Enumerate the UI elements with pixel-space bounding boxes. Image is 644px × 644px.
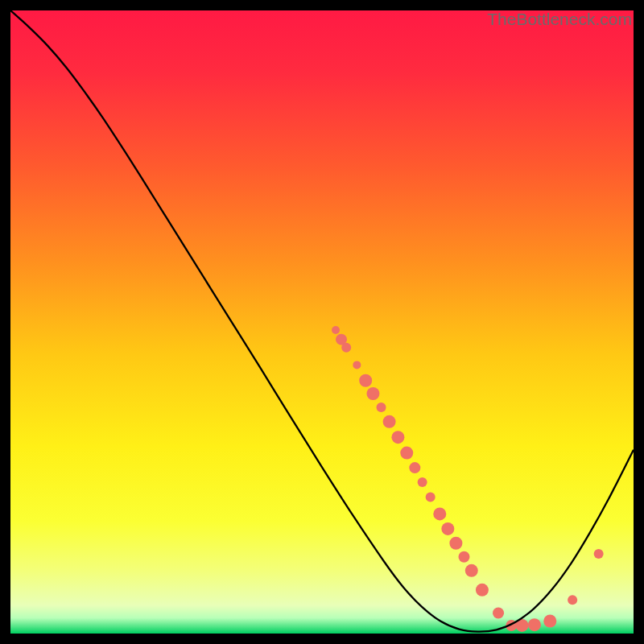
data-dot — [383, 415, 396, 428]
data-dot — [528, 618, 541, 631]
watermark-text: TheBottleneck.com — [487, 10, 632, 29]
data-dot — [568, 595, 577, 605]
data-dot — [332, 326, 340, 334]
data-dot — [458, 551, 469, 563]
chart-frame: TheBottleneck.com — [10, 10, 634, 634]
data-dot — [426, 492, 436, 502]
data-dot — [493, 607, 504, 618]
data-dot — [441, 522, 454, 535]
data-dot — [366, 387, 379, 400]
chart-svg — [10, 10, 634, 634]
data-dot — [418, 477, 427, 487]
data-dot — [400, 447, 413, 460]
data-dot — [391, 431, 404, 444]
data-dot — [465, 564, 478, 577]
data-dot — [594, 549, 604, 559]
data-dot — [359, 374, 372, 387]
data-dot — [377, 402, 386, 412]
data-dot — [433, 507, 446, 520]
data-dot — [353, 361, 361, 369]
data-dot — [543, 615, 556, 628]
data-dot — [341, 343, 351, 353]
data-dot — [449, 537, 462, 550]
data-dot — [409, 462, 420, 473]
data-dot — [476, 584, 489, 597]
gradient-background — [10, 10, 634, 634]
